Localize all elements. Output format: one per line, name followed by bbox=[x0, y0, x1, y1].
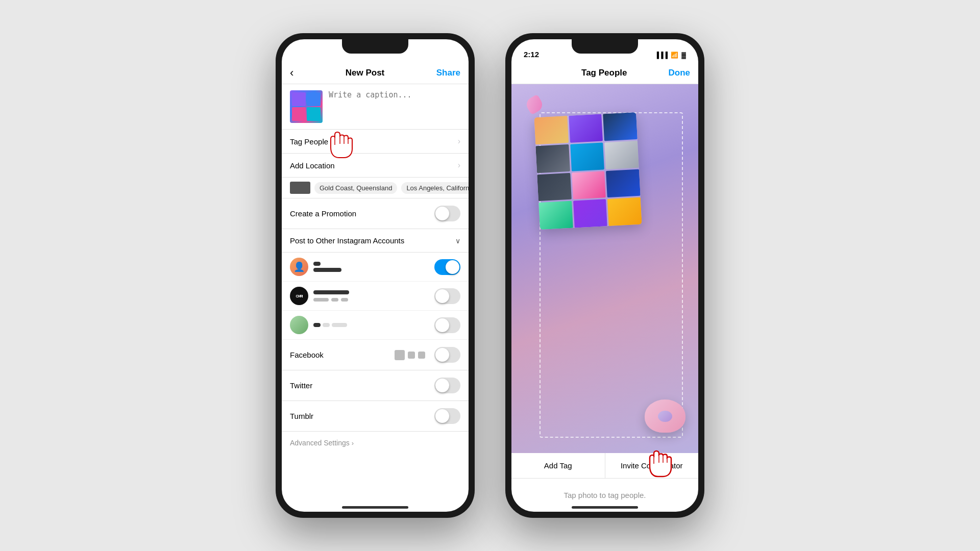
name-bars-1 bbox=[313, 262, 341, 272]
collage-cell-gray bbox=[604, 141, 639, 169]
phone-screen: ‹ New Post Share Tag People bbox=[282, 39, 469, 512]
location-tag-1[interactable]: Gold Coast, Queensland bbox=[314, 182, 397, 194]
name-bar bbox=[323, 323, 330, 327]
phone-notch-2 bbox=[572, 39, 638, 54]
account-row-3 bbox=[282, 311, 469, 340]
avatar-2: CHRI bbox=[290, 287, 308, 305]
add-location-label: Add Location bbox=[290, 161, 335, 170]
toggle-thumb bbox=[435, 409, 449, 423]
tag-photo-area[interactable] bbox=[511, 84, 698, 453]
expand-icon: ∨ bbox=[455, 237, 460, 245]
collage-cell-pink bbox=[572, 171, 606, 199]
tumblr-label: Tumblr bbox=[290, 412, 434, 420]
location-tag-2[interactable]: Los Angeles, California bbox=[401, 182, 469, 194]
name-bar bbox=[332, 323, 347, 327]
toggle-thumb bbox=[435, 379, 449, 392]
toggle-thumb bbox=[446, 260, 459, 274]
name-bar bbox=[313, 323, 321, 327]
toggle-thumb bbox=[435, 207, 449, 220]
name-bars-3 bbox=[313, 323, 347, 327]
add-tag-button[interactable]: Add Tag bbox=[511, 453, 605, 478]
collage-cell-dance bbox=[570, 142, 604, 171]
invite-label: Invite Collaborator bbox=[621, 461, 683, 470]
invite-collaborator-button[interactable]: Invite Collaborator bbox=[605, 453, 699, 478]
advanced-settings[interactable]: Advanced Settings › bbox=[282, 432, 469, 454]
home-bar bbox=[342, 506, 408, 509]
status-time: 2:12 bbox=[524, 50, 539, 59]
name-bar bbox=[341, 298, 348, 302]
post-thumbnail bbox=[290, 90, 323, 123]
collage-cell-workspace bbox=[537, 172, 571, 201]
account-toggle-3[interactable] bbox=[434, 317, 460, 333]
floating-donut bbox=[645, 399, 685, 433]
collage-cell-green bbox=[538, 201, 573, 230]
thumb-cell bbox=[292, 92, 306, 106]
account-toggle-2[interactable] bbox=[434, 288, 460, 304]
collage-cell-blue bbox=[606, 169, 640, 197]
chevron-icon: › bbox=[458, 137, 460, 146]
account-name-1 bbox=[313, 262, 429, 272]
name-bar bbox=[313, 290, 349, 294]
twitter-label: Twitter bbox=[290, 381, 434, 390]
add-location-right: › bbox=[458, 161, 460, 170]
nav-bar-2: Tag People Done bbox=[511, 62, 698, 84]
nav-title-2: Tag People bbox=[581, 68, 627, 78]
thumb-cell bbox=[307, 107, 321, 121]
advanced-arrow: › bbox=[352, 439, 354, 447]
caption-input[interactable] bbox=[329, 90, 460, 118]
instagram-accounts-label: Post to Other Instagram Accounts bbox=[290, 236, 404, 245]
tumblr-toggle[interactable] bbox=[434, 408, 460, 424]
signal-icon: ▐▐▐ bbox=[655, 52, 668, 59]
tag-people-label: Tag People bbox=[290, 137, 328, 146]
name-bar bbox=[313, 268, 341, 272]
create-promotion-row[interactable]: Create a Promotion bbox=[282, 198, 469, 229]
account-toggle-1[interactable] bbox=[434, 259, 460, 275]
account-name-3 bbox=[313, 323, 429, 327]
phone-notch bbox=[342, 39, 408, 54]
account-name-2 bbox=[313, 290, 429, 302]
account-row-2: CHRI bbox=[282, 282, 469, 311]
facebook-row: Facebook bbox=[282, 340, 469, 370]
collage-cell-play bbox=[535, 144, 570, 173]
photo-collage bbox=[534, 112, 642, 230]
thumb-cell bbox=[307, 92, 321, 106]
twitter-toggle[interactable] bbox=[434, 378, 460, 393]
back-button[interactable]: ‹ bbox=[290, 66, 293, 80]
collage-cell-person2 bbox=[607, 197, 642, 226]
phone-new-post: ‹ New Post Share Tag People bbox=[276, 33, 475, 518]
facebook-label: Facebook bbox=[290, 350, 389, 359]
home-bar-2 bbox=[572, 506, 638, 509]
twitter-row: Twitter bbox=[282, 370, 469, 401]
tag-people-row[interactable]: Tag People › bbox=[282, 130, 469, 154]
location-tags: Gold Coast, Queensland Los Angeles, Cali… bbox=[282, 178, 469, 198]
fb-badges bbox=[395, 350, 425, 360]
phone-tag-people: 2:12 ▐▐▐ 📶 ▓ Tag People Done bbox=[505, 33, 704, 518]
instagram-accounts-header[interactable]: Post to Other Instagram Accounts ∨ bbox=[282, 229, 469, 253]
name-bar bbox=[313, 262, 321, 266]
caption-row bbox=[282, 84, 469, 130]
add-location-row[interactable]: Add Location › bbox=[282, 154, 469, 178]
screen-content: Tag People › bbox=[282, 84, 469, 512]
nav-bar: ‹ New Post Share bbox=[282, 62, 469, 84]
facebook-toggle[interactable] bbox=[434, 347, 460, 363]
battery-icon: ▓ bbox=[681, 52, 686, 59]
collage-cell-adobe bbox=[573, 199, 607, 228]
name-bar bbox=[313, 298, 329, 302]
promotion-toggle[interactable] bbox=[434, 206, 460, 221]
done-button[interactable]: Done bbox=[669, 68, 691, 78]
collage-cell-dog bbox=[534, 116, 568, 144]
tag-bottom-bar: Add Tag Invite Collaborator bbox=[511, 453, 698, 479]
name-bar bbox=[331, 298, 338, 302]
collage-cell-screens bbox=[603, 112, 638, 141]
toggle-thumb bbox=[435, 289, 449, 303]
avatar-3 bbox=[290, 316, 308, 334]
tumblr-row: Tumblr bbox=[282, 401, 469, 432]
phone-screen-2: 2:12 ▐▐▐ 📶 ▓ Tag People Done bbox=[511, 39, 698, 512]
fb-badge-1 bbox=[395, 350, 405, 360]
share-button[interactable]: Share bbox=[436, 68, 460, 78]
toggle-thumb bbox=[435, 318, 449, 332]
create-promotion-label: Create a Promotion bbox=[290, 209, 434, 218]
toggle-thumb bbox=[435, 348, 449, 362]
thumb-cell bbox=[292, 107, 306, 121]
tag-people-right: › bbox=[458, 137, 460, 146]
